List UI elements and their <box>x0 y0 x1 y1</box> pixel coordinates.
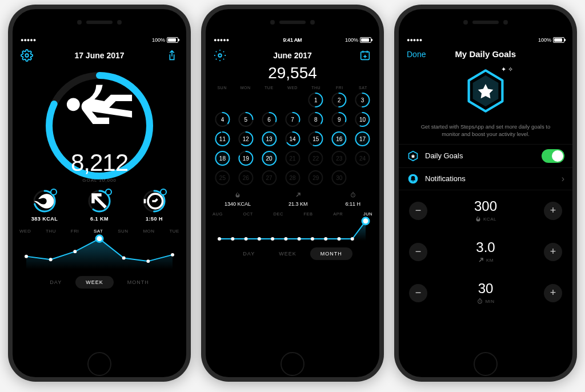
home-button[interactable] <box>474 352 498 376</box>
settings-row-notifications[interactable]: Notifications › <box>399 167 572 190</box>
battery-pct: 100% <box>538 37 551 43</box>
day-label: SUN <box>118 229 128 234</box>
calendar-day-14[interactable]: 14 <box>282 130 304 148</box>
home-button[interactable] <box>87 352 111 376</box>
calendar-day-15[interactable]: 15 <box>304 130 327 148</box>
row-label: Notifications <box>425 174 556 183</box>
calendar-day-20[interactable]: 20 <box>258 149 281 167</box>
calendar-day-4[interactable]: 4 <box>211 110 234 129</box>
carrier-dots: ●●●●● <box>214 37 229 43</box>
calendar-day-16[interactable]: 16 <box>328 130 350 148</box>
svg-point-16 <box>146 259 150 263</box>
header-title: My Daily Goals <box>455 49 516 59</box>
share-icon[interactable] <box>166 49 178 62</box>
steps-goal-label: GOAL 10,000 <box>82 178 117 183</box>
segment-day[interactable]: DAY <box>39 276 72 289</box>
calendar-day-6[interactable]: 6 <box>258 110 281 129</box>
dow-label: TUE <box>258 86 279 90</box>
month-label: DEC <box>273 211 283 217</box>
segment-week[interactable]: WEEK <box>269 247 307 260</box>
day-label: THU <box>46 229 56 234</box>
calendar-day-8[interactable]: 8 <box>304 110 327 129</box>
range-segmented-control[interactable]: DAYWEEKMONTH <box>13 276 186 289</box>
month-stat-label: 1340 KCAL <box>225 201 251 207</box>
phone-2-month: ●●●●● 9:41 AM 100% June 2017 29,554 SUNM… <box>201 5 384 382</box>
calendar-day-13[interactable]: 13 <box>258 130 281 148</box>
calendar-day-1[interactable]: 1 <box>304 91 327 109</box>
month-label: JUN <box>363 211 372 217</box>
calendar-day-19[interactable]: 19 <box>235 149 257 167</box>
segment-day[interactable]: DAY <box>233 247 265 260</box>
goal-unit: MIN <box>476 298 494 306</box>
month-label: APR <box>333 211 343 217</box>
svg-point-83 <box>245 237 248 241</box>
month-label: AUG <box>213 211 223 217</box>
calendar-day-num: 21 <box>289 155 295 162</box>
segment-month[interactable]: MONTH <box>117 276 159 289</box>
increment-button[interactable]: + <box>544 202 562 220</box>
calendar-day-24[interactable]: 24 <box>351 149 374 167</box>
settings-gear-icon[interactable] <box>21 49 33 62</box>
mini-stat-flame[interactable]: 383 KCAL <box>29 189 61 222</box>
calendar-day-29[interactable]: 29 <box>304 169 327 187</box>
day-label: MON <box>143 229 154 234</box>
calendar-add-icon[interactable] <box>359 49 371 62</box>
calendar-day-num: 24 <box>359 155 366 162</box>
calendar-day-num: 12 <box>243 136 249 142</box>
calendar-day-17[interactable]: 17 <box>351 130 374 148</box>
day-label: SAT <box>94 229 103 234</box>
week-spark-chart <box>19 234 179 273</box>
calendar-day-10[interactable]: 10 <box>351 110 374 129</box>
increment-button[interactable]: + <box>544 243 562 261</box>
mini-stat-label: 6.1 KM <box>90 216 109 222</box>
decrement-button[interactable]: − <box>409 284 427 302</box>
increment-button[interactable]: + <box>544 284 562 302</box>
calendar-day-30[interactable]: 30 <box>328 169 350 187</box>
goal-unit: KM <box>478 257 494 265</box>
calendar-day-21[interactable]: 21 <box>282 149 304 167</box>
dow-label: MON <box>235 86 256 90</box>
calendar-day-27[interactable]: 27 <box>258 169 281 187</box>
calendar-grid[interactable]: 1 2 3 4 5 6 7 8 <box>206 91 379 187</box>
segment-month[interactable]: MONTH <box>310 247 352 260</box>
phone-1-daily: ●●●●● 9:41 AM 100% 17 June 2017 <box>8 5 191 382</box>
calendar-day-18[interactable]: 18 <box>211 149 234 167</box>
calendar-day-5[interactable]: 5 <box>235 110 257 129</box>
month-label: OCT <box>243 211 253 217</box>
day-label: TUE <box>169 229 179 234</box>
settings-row-daily goals[interactable]: Daily Goals <box>399 144 572 167</box>
calendar-day-25[interactable]: 25 <box>211 169 234 187</box>
calendar-day-28[interactable]: 28 <box>282 169 304 187</box>
calendar-day-3[interactable]: 3 <box>351 91 374 109</box>
segment-week[interactable]: WEEK <box>75 276 114 289</box>
calendar-day-22[interactable]: 22 <box>304 149 327 167</box>
decrement-button[interactable]: − <box>409 202 427 220</box>
svg-point-14 <box>96 235 103 242</box>
calendar-day-11[interactable]: 11 <box>211 130 234 148</box>
mini-stats-row: 383 KCAL 6.1 KM 1:50 H <box>13 186 186 224</box>
status-bar: ●●●●● 9:41 AM 100% <box>13 35 186 45</box>
calendar-day-num: 26 <box>243 175 249 181</box>
done-button[interactable]: Done <box>407 50 426 59</box>
goals-description: Get started with StepsApp and set more d… <box>399 123 572 144</box>
calendar-day-num: 28 <box>289 175 295 181</box>
goal-row-min: − 30 MIN + <box>399 273 572 314</box>
arrow-icon <box>478 257 484 265</box>
calendar-day-num: 16 <box>336 136 342 142</box>
mini-stat-arrow[interactable]: 6.1 KM <box>83 189 115 222</box>
calendar-day-9[interactable]: 9 <box>328 110 350 129</box>
decrement-button[interactable]: − <box>409 243 427 261</box>
home-button[interactable] <box>281 352 304 376</box>
mini-stat-clock[interactable]: 1:50 H <box>138 189 170 222</box>
calendar-day-num: 6 <box>267 117 271 123</box>
calendar-day-12[interactable]: 12 <box>235 130 257 148</box>
svg-point-0 <box>25 54 29 57</box>
settings-gear-icon[interactable] <box>214 49 226 62</box>
calendar-day-2[interactable]: 2 <box>328 91 350 109</box>
mini-stat-label: 383 KCAL <box>31 216 58 222</box>
calendar-day-23[interactable]: 23 <box>328 149 350 167</box>
calendar-day-26[interactable]: 26 <box>235 169 257 187</box>
calendar-day-7[interactable]: 7 <box>282 110 304 129</box>
range-segmented-control[interactable]: DAYWEEKMONTH <box>206 247 379 260</box>
toggle-switch[interactable] <box>542 149 564 163</box>
